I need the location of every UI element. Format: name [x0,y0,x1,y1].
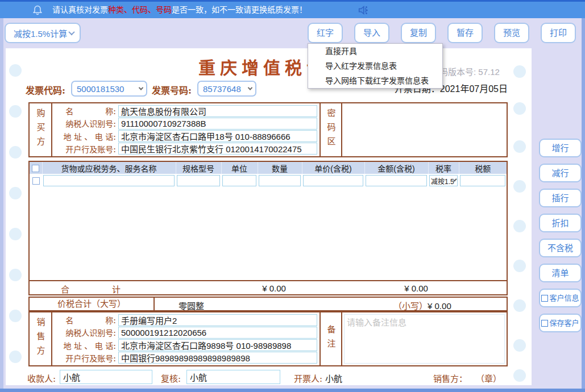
print-button[interactable]: 打印 [541,23,576,43]
decorative-dot [513,299,526,312]
remove-row-button[interactable]: 减行 [539,164,582,182]
decorative-dot [9,269,22,281]
notice-highlight: 种类、代码、号码 [108,5,172,14]
menu-item-import-downloaded-red-info-form[interactable]: 导入网络下载红字发票信息表 [308,73,442,88]
customer-info-button[interactable]: 客户信息 [539,289,582,307]
decorative-dot [9,146,22,159]
import-button[interactable]: 导入 [354,23,389,43]
buyer-bank-input[interactable] [118,143,317,155]
seller-address-label: 地 址 、 电 话: [52,340,118,351]
decorative-dot [9,228,22,240]
select-all-checkbox[interactable] [32,165,39,172]
buyer-section-label: 购买方 [30,103,52,156]
insert-row-button[interactable]: 插行 [539,189,582,207]
reviewer-input[interactable] [186,370,280,384]
decorative-dot [513,220,526,232]
save-customer-checkbox[interactable] [541,320,548,327]
tax-input[interactable] [460,175,505,186]
decorative-dot [9,105,22,118]
decorative-dot [9,187,22,199]
drawer-label: 开票人: [294,372,322,384]
seller-name-input[interactable] [118,314,317,326]
red-letter-menu: 直接开具 导入红字发票信息表 导入网络下载红字发票信息表 [308,43,443,89]
notice-text: 请认真核对发票种类、代码、号码是否一致，如不一致请更换纸质发票！ [52,2,307,18]
seller-bank-label: 开户行及账号: [52,352,118,364]
spec-input[interactable] [177,175,220,186]
decorative-dot [513,260,526,272]
unit-price-input[interactable] [303,175,363,186]
invoice-code-label: 发票代码: [26,83,65,97]
row-checkbox[interactable] [32,177,40,185]
seller-address-input[interactable] [118,339,317,351]
menu-item-direct-issue[interactable]: 直接开具 [308,44,442,59]
invoice-number-value: 85737648 [203,84,248,94]
decorative-dot [9,351,22,363]
sum-in-words-value: 零圆整 [179,299,204,311]
copy-button[interactable]: 复制 [401,23,436,43]
seller-name-label: 名 称: [52,314,118,326]
preview-button[interactable]: 预览 [494,23,529,43]
buyer-taxid-input[interactable] [118,118,317,130]
red-letter-button[interactable]: 红字 [308,23,343,43]
items-header-row: 货物或应税劳务、服务名称 规格型号 单位 数量 单价(含税) 金额(含税) 税率… [30,162,507,174]
col-goods-name: 货物或应税劳务、服务名称 [42,162,176,174]
amount-input[interactable] [366,175,427,186]
customer-info-checkbox[interactable] [541,295,548,302]
invoice-number-label: 发票号码: [152,83,192,97]
discount-button[interactable]: 折扣 [539,214,582,232]
seller-section: 销售方 名 称: 纳税人识别号: 地 址 、 电 话: 开户行及账号: 备注 [28,311,508,366]
buyer-section: 购买方 名 称: 纳税人识别号: 地 址 、 电 话: 开户行及账号: 密码区 [28,102,508,157]
total-price-value: ¥ 0.00 [234,283,314,293]
decorative-dot [513,102,526,115]
goods-name-input[interactable] [43,175,175,186]
invoice-code-select[interactable]: 5000181530 [71,81,147,97]
buyer-taxid-label: 纳税人识别号: [52,118,118,129]
menu-item-import-red-info-form[interactable]: 导入红字发票信息表 [308,59,442,73]
col-tax: 税额 [459,162,507,174]
unit-input[interactable] [222,175,256,186]
col-unit-price: 单价(含税) [302,162,364,174]
decorative-dot [513,180,526,193]
seller-stamp-label: 销售方： [433,372,467,384]
buyer-name-input[interactable] [118,105,317,117]
temp-save-button[interactable]: 暂存 [447,23,483,43]
invoice-code-value: 5000181530 [77,84,139,94]
tax-exclusive-button[interactable]: 不含税 [539,239,582,257]
calc-mode-select[interactable]: 减按1.5%计算 [5,23,81,43]
items-table: 货物或应税劳务、服务名称 规格型号 单位 数量 单价(含税) 金额(含税) 税率… [28,161,508,295]
window-frame-left [0,18,3,392]
window-frame-right [582,18,585,392]
buyer-address-input[interactable] [118,130,317,142]
remark-input[interactable] [344,314,505,364]
password-area [342,103,507,156]
invoice-number-select[interactable]: 85737648 [197,81,256,97]
total-row: 合 计 ¥ 0.00 ¥ 0.00 [30,280,507,294]
qty-input[interactable] [259,175,301,186]
sum-in-words-label: 价税合计（大写） [30,298,155,310]
list-button[interactable]: 清单 [539,264,582,282]
save-customer-button[interactable]: 保存客户 [539,314,582,332]
payee-input[interactable] [60,370,152,384]
calc-mode-value: 减按1.5%计算 [14,27,69,39]
password-area-label: 密码区 [321,103,342,156]
remark-label: 备注 [321,312,342,365]
toolbar: 减按1.5%计算 红字 导入 复制 暂存 预览 打印 [0,18,585,48]
chevron-down-icon [248,85,252,90]
bell-icon [32,5,43,16]
tax-rate-select[interactable]: 减按1.5 [429,175,458,186]
speaker-icon[interactable] [357,5,370,16]
seller-bank-input[interactable] [118,352,317,364]
seller-taxid-input[interactable] [118,327,317,339]
payee-label: 收款人: [27,372,56,384]
total-amount-value: ¥ 0.00 [376,283,456,293]
add-row-button[interactable]: 增行 [539,139,582,157]
chevron-down-icon [139,85,143,90]
col-unit: 单位 [221,162,258,174]
col-spec: 规格型号 [176,162,221,174]
col-tax-rate: 税率 [428,162,459,174]
sum-small-value: （小写）¥ 0.00 [393,299,451,311]
reviewer-label: 复核: [161,372,181,384]
decorative-dot [9,310,22,322]
drawer-value: 小航 [325,372,342,384]
decorative-dot [9,64,22,77]
